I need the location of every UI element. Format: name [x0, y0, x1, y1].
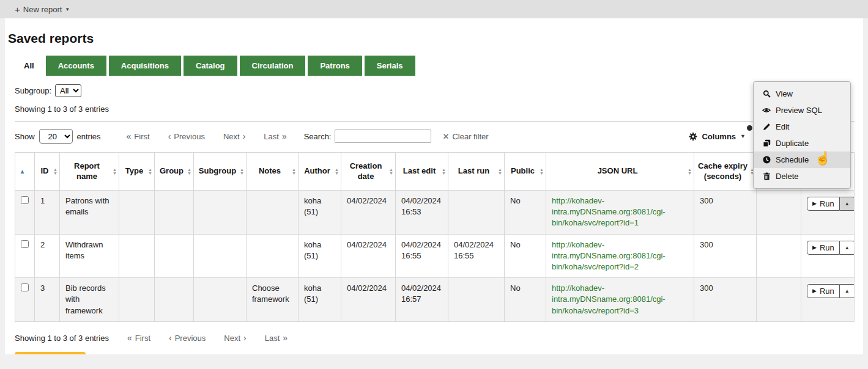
chevron-right-icon: ›	[243, 334, 247, 342]
col-header-type[interactable]: Type▲▼	[119, 153, 155, 191]
cell-id: 3	[35, 278, 60, 322]
page-title: Saved reports	[5, 18, 863, 56]
delete-selected-button[interactable]: Delete selected	[15, 352, 86, 354]
table-row: 2 Withdrawn items koha (51) 04/02/2024 0…	[15, 234, 855, 278]
search-label: Search:	[304, 132, 332, 141]
col-header-cache-expiry[interactable]: Cache expiry (seconds)▲▼	[694, 153, 757, 191]
row-checkbox[interactable]	[21, 196, 29, 204]
tab-acquisitions[interactable]: Acquisitions	[109, 56, 181, 76]
last-page-button[interactable]: Last»	[265, 334, 287, 343]
menu-item-delete[interactable]: Delete	[754, 168, 850, 184]
entries-summary-bottom: Showing 1 to 3 of 3 entries	[15, 334, 109, 343]
json-url-link[interactable]: http://kohadev-intra.myDNSname.org:8081/…	[552, 283, 666, 315]
chevron-left-icon: ‹	[169, 334, 172, 342]
col-header-last-run[interactable]: Last run▲▼	[448, 153, 505, 191]
cell-actions: ▶Run ▲	[801, 191, 855, 235]
tab-accounts[interactable]: Accounts	[46, 56, 106, 76]
cell-public: No	[505, 191, 546, 235]
col-header-creation-date[interactable]: Creation date▲▼	[341, 153, 396, 191]
col-header-group[interactable]: Group▲▼	[155, 153, 194, 191]
cell-group	[155, 191, 194, 235]
sort-icons: ▲▼	[113, 168, 117, 175]
menu-item-view[interactable]: View	[754, 86, 850, 102]
clear-filter-button[interactable]: ✕ Clear filter	[442, 132, 488, 141]
double-chevron-right-icon: »	[283, 334, 287, 342]
col-header-subgroup[interactable]: Subgroup▲▼	[194, 153, 247, 191]
cell-actions: ▶Run ▲	[801, 278, 855, 322]
cell-subgroup	[194, 234, 247, 278]
tab-patrons[interactable]: Patrons	[308, 56, 362, 76]
cell-subgroup	[194, 191, 247, 235]
cell-json-url: http://kohadev-intra.myDNSname.org:8081/…	[546, 191, 694, 235]
run-button[interactable]: ▶Run	[807, 241, 840, 255]
next-page-button[interactable]: Next›	[223, 132, 245, 141]
search-input[interactable]	[335, 130, 431, 143]
first-page-button[interactable]: «First	[127, 132, 150, 141]
new-report-button[interactable]: + New report ▼	[15, 5, 70, 14]
subgroup-select[interactable]: All	[55, 84, 81, 97]
report-group-tabs: All Accounts Acquisitions Catalog Circul…	[5, 56, 863, 76]
magnifier-icon	[762, 90, 771, 98]
previous-page-button[interactable]: ‹Previous	[169, 334, 206, 343]
run-dropdown-toggle[interactable]: ▲	[840, 241, 855, 255]
tab-catalog[interactable]: Catalog	[184, 56, 237, 76]
sort-icons: ▲▼	[688, 168, 692, 175]
cell-last-run	[448, 278, 505, 322]
sort-icons: ▲▼	[389, 168, 393, 175]
json-url-link[interactable]: http://kohadev-intra.myDNSname.org:8081/…	[552, 240, 666, 271]
menu-item-edit[interactable]: Edit	[754, 119, 850, 135]
table-row: 1 Patrons with emails koha (51) 04/02/20…	[15, 191, 855, 235]
col-header-report-name[interactable]: Report name▲▼	[60, 153, 119, 191]
cell-json-url: http://kohadev-intra.myDNSname.org:8081/…	[546, 234, 694, 278]
subgroup-label: Subgroup:	[15, 86, 51, 95]
col-header-last-edit[interactable]: Last edit▲▼	[396, 153, 448, 191]
menu-item-preview-sql[interactable]: Preview SQL	[754, 102, 850, 119]
row-checkbox[interactable]	[21, 240, 29, 248]
divider	[15, 121, 855, 122]
top-toolbar: + New report ▼	[0, 0, 868, 18]
cell-last-edit: 04/02/2024 16:55	[396, 234, 448, 278]
sort-ascending-icon: ▲	[20, 168, 26, 175]
tab-serials[interactable]: Serials	[365, 56, 415, 76]
menu-item-schedule[interactable]: Schedule	[754, 152, 850, 168]
cell-last-run: 04/02/2024 16:55	[448, 234, 505, 278]
cell-author: koha (51)	[299, 234, 341, 278]
cell-public: No	[505, 278, 546, 322]
plus-icon: +	[15, 5, 20, 14]
clock-icon	[762, 156, 771, 164]
obscured-toolbar-icon[interactable]	[747, 125, 752, 131]
previous-page-button[interactable]: ‹Previous	[168, 132, 205, 141]
sort-icons: ▲▼	[53, 168, 57, 175]
menu-item-duplicate[interactable]: Duplicate	[754, 135, 850, 152]
play-icon: ▶	[812, 288, 817, 294]
run-button[interactable]: ▶Run	[807, 284, 840, 298]
x-icon: ✕	[442, 132, 449, 141]
double-chevron-left-icon: «	[127, 334, 132, 342]
col-header-public[interactable]: Public▲▼	[505, 153, 546, 191]
cell-id: 1	[35, 191, 60, 235]
entries-summary-top: Showing 1 to 3 of 3 entries	[15, 104, 855, 114]
next-page-button[interactable]: Next›	[224, 334, 246, 343]
json-url-link[interactable]: http://kohadev-intra.myDNSname.org:8081/…	[552, 196, 666, 227]
run-button[interactable]: ▶Run	[807, 197, 840, 211]
col-header-author[interactable]: Author▲▼	[299, 153, 341, 191]
last-page-button[interactable]: Last»	[264, 132, 286, 141]
play-icon: ▶	[812, 245, 817, 250]
col-header-json-url[interactable]: JSON URL▲▼	[546, 153, 694, 191]
page-length-select[interactable]: 20	[39, 129, 73, 144]
col-header-select[interactable]: ▲	[15, 153, 35, 191]
row-checkbox[interactable]	[21, 283, 29, 291]
columns-settings-button[interactable]: Columns ▼	[689, 132, 746, 141]
run-dropdown-toggle[interactable]: ▲	[840, 284, 855, 298]
run-dropdown-toggle[interactable]: ▲	[840, 197, 855, 211]
first-page-button[interactable]: «First	[127, 334, 150, 343]
col-header-id[interactable]: ID▲▼	[35, 153, 60, 191]
cell-json-url: http://kohadev-intra.myDNSname.org:8081/…	[546, 278, 694, 322]
cell-type	[119, 191, 155, 235]
sort-icons: ▲▼	[540, 168, 544, 175]
sort-icons: ▲▼	[292, 168, 296, 175]
tab-circulation[interactable]: Circulation	[240, 56, 306, 76]
tab-all[interactable]: All	[15, 56, 43, 76]
cell-last-run	[448, 191, 505, 235]
col-header-notes[interactable]: Notes▲▼	[247, 153, 299, 191]
